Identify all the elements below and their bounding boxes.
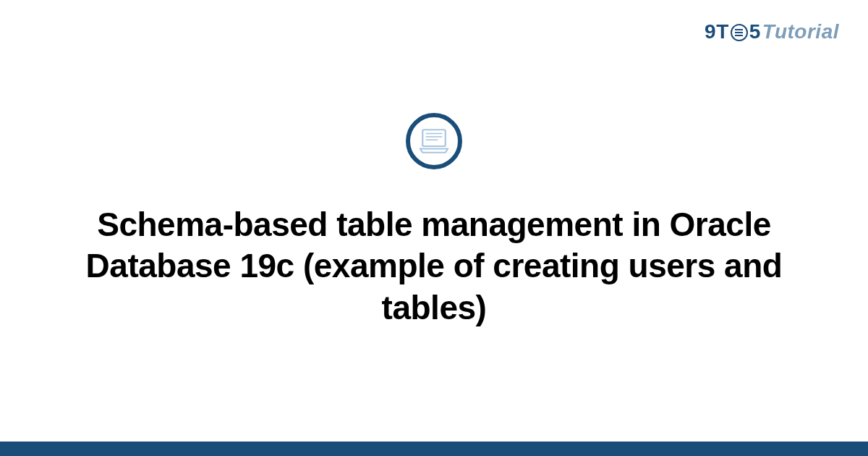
laptop-icon <box>419 128 449 154</box>
page-title: Schema-based table management in Oracle … <box>58 204 810 329</box>
bottom-accent-bar <box>0 442 868 456</box>
svg-rect-0 <box>422 130 446 146</box>
main-content: Schema-based table management in Oracle … <box>0 0 868 456</box>
laptop-icon-circle <box>406 113 462 169</box>
